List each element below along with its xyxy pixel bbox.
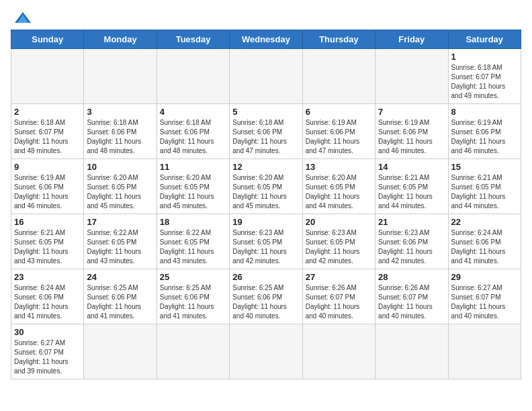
calendar-cell: 3Sunrise: 6:18 AM Sunset: 6:06 PM Daylig… [84, 104, 157, 159]
calendar-cell: 6Sunrise: 6:19 AM Sunset: 6:06 PM Daylig… [302, 104, 375, 159]
day-info: Sunrise: 6:19 AM Sunset: 6:06 PM Dayligh… [14, 173, 81, 211]
calendar-cell [302, 324, 375, 379]
calendar-cell: 10Sunrise: 6:20 AM Sunset: 6:05 PM Dayli… [84, 159, 157, 214]
column-header-saturday: Saturday [448, 30, 521, 49]
calendar-cell: 29Sunrise: 6:27 AM Sunset: 6:07 PM Dayli… [448, 269, 521, 324]
day-info: Sunrise: 6:25 AM Sunset: 6:06 PM Dayligh… [232, 283, 299, 321]
column-header-thursday: Thursday [302, 30, 375, 49]
day-info: Sunrise: 6:20 AM Sunset: 6:05 PM Dayligh… [232, 173, 299, 211]
day-number: 8 [451, 107, 518, 117]
calendar-cell [448, 324, 521, 379]
day-number: 2 [14, 107, 81, 117]
column-header-wednesday: Wednesday [230, 30, 302, 49]
day-number: 20 [306, 217, 372, 227]
day-number: 12 [232, 162, 299, 172]
calendar-cell: 2Sunrise: 6:18 AM Sunset: 6:07 PM Daylig… [11, 104, 84, 159]
header [11, 11, 521, 24]
day-info: Sunrise: 6:26 AM Sunset: 6:07 PM Dayligh… [306, 283, 372, 321]
calendar-cell [157, 49, 229, 104]
day-number: 25 [160, 272, 226, 282]
calendar-cell: 20Sunrise: 6:23 AM Sunset: 6:05 PM Dayli… [302, 214, 375, 269]
day-info: Sunrise: 6:20 AM Sunset: 6:05 PM Dayligh… [87, 173, 153, 211]
logo-icon [13, 11, 32, 24]
calendar-cell: 21Sunrise: 6:23 AM Sunset: 6:06 PM Dayli… [375, 214, 448, 269]
day-info: Sunrise: 6:19 AM Sunset: 6:06 PM Dayligh… [378, 118, 445, 156]
calendar-cell [302, 49, 375, 104]
day-number: 15 [451, 162, 518, 172]
day-info: Sunrise: 6:20 AM Sunset: 6:05 PM Dayligh… [306, 173, 372, 211]
day-number: 3 [87, 107, 153, 117]
column-header-friday: Friday [375, 30, 448, 49]
calendar-cell: 13Sunrise: 6:20 AM Sunset: 6:05 PM Dayli… [302, 159, 375, 214]
calendar-cell [11, 49, 84, 104]
calendar-week-2: 2Sunrise: 6:18 AM Sunset: 6:07 PM Daylig… [11, 104, 521, 159]
day-info: Sunrise: 6:18 AM Sunset: 6:06 PM Dayligh… [160, 118, 226, 156]
day-number: 22 [451, 217, 518, 227]
day-info: Sunrise: 6:19 AM Sunset: 6:06 PM Dayligh… [306, 118, 372, 156]
calendar-week-5: 23Sunrise: 6:24 AM Sunset: 6:06 PM Dayli… [11, 269, 521, 324]
day-info: Sunrise: 6:25 AM Sunset: 6:06 PM Dayligh… [160, 283, 226, 321]
calendar-cell [157, 324, 229, 379]
calendar-cell [375, 49, 448, 104]
calendar-cell: 17Sunrise: 6:22 AM Sunset: 6:05 PM Dayli… [84, 214, 157, 269]
day-info: Sunrise: 6:24 AM Sunset: 6:06 PM Dayligh… [451, 228, 518, 266]
calendar-cell: 9Sunrise: 6:19 AM Sunset: 6:06 PM Daylig… [11, 159, 84, 214]
day-number: 29 [451, 272, 518, 282]
day-number: 26 [232, 272, 299, 282]
day-info: Sunrise: 6:25 AM Sunset: 6:06 PM Dayligh… [87, 283, 153, 321]
day-info: Sunrise: 6:24 AM Sunset: 6:06 PM Dayligh… [14, 283, 81, 321]
day-info: Sunrise: 6:21 AM Sunset: 6:05 PM Dayligh… [378, 173, 445, 211]
day-number: 19 [232, 217, 299, 227]
day-number: 23 [14, 272, 81, 282]
logo [11, 11, 32, 24]
day-number: 30 [14, 327, 81, 337]
day-number: 5 [232, 107, 299, 117]
day-number: 11 [160, 162, 226, 172]
calendar-cell: 7Sunrise: 6:19 AM Sunset: 6:06 PM Daylig… [375, 104, 448, 159]
calendar-cell: 11Sunrise: 6:20 AM Sunset: 6:05 PM Dayli… [157, 159, 229, 214]
calendar-week-3: 9Sunrise: 6:19 AM Sunset: 6:06 PM Daylig… [11, 159, 521, 214]
calendar-week-6: 30Sunrise: 6:27 AM Sunset: 6:07 PM Dayli… [11, 324, 521, 379]
calendar-cell [230, 49, 302, 104]
column-header-sunday: Sunday [11, 30, 84, 49]
calendar-cell: 8Sunrise: 6:19 AM Sunset: 6:06 PM Daylig… [448, 104, 521, 159]
day-info: Sunrise: 6:20 AM Sunset: 6:05 PM Dayligh… [160, 173, 226, 211]
day-number: 7 [378, 107, 445, 117]
day-number: 1 [451, 52, 518, 62]
calendar-cell: 18Sunrise: 6:22 AM Sunset: 6:05 PM Dayli… [157, 214, 229, 269]
day-number: 10 [87, 162, 153, 172]
day-number: 13 [306, 162, 372, 172]
day-info: Sunrise: 6:21 AM Sunset: 6:05 PM Dayligh… [451, 173, 518, 211]
calendar-cell: 14Sunrise: 6:21 AM Sunset: 6:05 PM Dayli… [375, 159, 448, 214]
day-info: Sunrise: 6:23 AM Sunset: 6:06 PM Dayligh… [378, 228, 445, 266]
calendar-cell: 12Sunrise: 6:20 AM Sunset: 6:05 PM Dayli… [230, 159, 302, 214]
day-number: 16 [14, 217, 81, 227]
day-number: 24 [87, 272, 153, 282]
day-number: 21 [378, 217, 445, 227]
day-info: Sunrise: 6:19 AM Sunset: 6:06 PM Dayligh… [451, 118, 518, 156]
day-info: Sunrise: 6:22 AM Sunset: 6:05 PM Dayligh… [160, 228, 226, 266]
calendar-cell: 15Sunrise: 6:21 AM Sunset: 6:05 PM Dayli… [448, 159, 521, 214]
calendar-cell [84, 324, 157, 379]
day-info: Sunrise: 6:23 AM Sunset: 6:05 PM Dayligh… [232, 228, 299, 266]
calendar-cell: 16Sunrise: 6:21 AM Sunset: 6:05 PM Dayli… [11, 214, 84, 269]
column-header-monday: Monday [84, 30, 157, 49]
day-info: Sunrise: 6:18 AM Sunset: 6:06 PM Dayligh… [232, 118, 299, 156]
day-number: 9 [14, 162, 81, 172]
calendar-week-4: 16Sunrise: 6:21 AM Sunset: 6:05 PM Dayli… [11, 214, 521, 269]
day-info: Sunrise: 6:18 AM Sunset: 6:06 PM Dayligh… [87, 118, 153, 156]
day-info: Sunrise: 6:22 AM Sunset: 6:05 PM Dayligh… [87, 228, 153, 266]
calendar-header-row: SundayMondayTuesdayWednesdayThursdayFrid… [11, 30, 521, 49]
day-info: Sunrise: 6:18 AM Sunset: 6:07 PM Dayligh… [451, 63, 518, 101]
day-info: Sunrise: 6:23 AM Sunset: 6:05 PM Dayligh… [306, 228, 372, 266]
calendar-cell: 4Sunrise: 6:18 AM Sunset: 6:06 PM Daylig… [157, 104, 229, 159]
calendar-cell [375, 324, 448, 379]
calendar-cell: 30Sunrise: 6:27 AM Sunset: 6:07 PM Dayli… [11, 324, 84, 379]
calendar-cell: 22Sunrise: 6:24 AM Sunset: 6:06 PM Dayli… [448, 214, 521, 269]
calendar-cell: 27Sunrise: 6:26 AM Sunset: 6:07 PM Dayli… [302, 269, 375, 324]
calendar-cell: 26Sunrise: 6:25 AM Sunset: 6:06 PM Dayli… [230, 269, 302, 324]
day-number: 6 [306, 107, 372, 117]
day-number: 4 [160, 107, 226, 117]
day-number: 18 [160, 217, 226, 227]
day-info: Sunrise: 6:26 AM Sunset: 6:07 PM Dayligh… [378, 283, 445, 321]
